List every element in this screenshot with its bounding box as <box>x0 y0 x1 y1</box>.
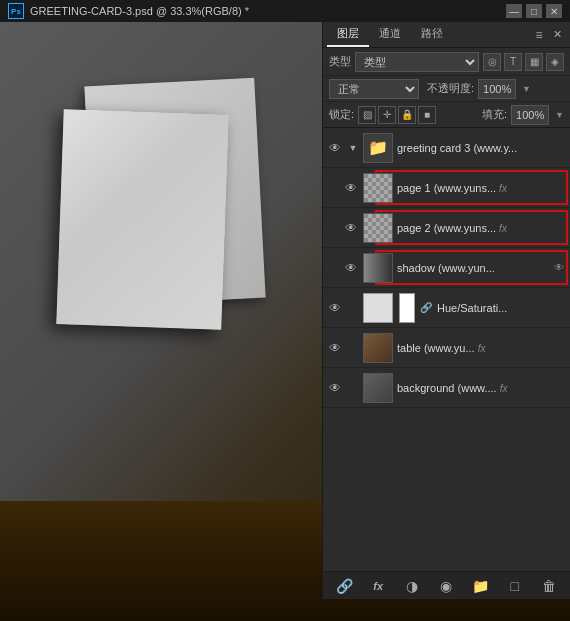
opacity-label: 不透明度: <box>427 81 474 96</box>
opacity-dropdown-arrow[interactable]: ▼ <box>522 84 531 94</box>
filter-icon-circle[interactable]: ◎ <box>483 53 501 71</box>
filter-row: 类型 类型 ◎ T ▦ ◈ <box>323 48 570 76</box>
layer-name-page2: page 2 (www.yuns... fx <box>397 222 566 234</box>
blend-mode-dropdown[interactable]: 正常 <box>329 79 419 99</box>
layer-thumb-greeting-card-3: 📁 <box>363 133 393 163</box>
layer-thumb-table <box>363 333 393 363</box>
close-button[interactable]: ✕ <box>546 4 562 18</box>
fill-input[interactable] <box>511 105 549 125</box>
eye-icon-shadow[interactable]: 👁 <box>343 260 359 276</box>
filter-icons: ◎ T ▦ ◈ <box>483 53 564 71</box>
layer-thumb-shadow <box>363 253 393 283</box>
lock-transparent-button[interactable]: ▧ <box>358 106 376 124</box>
panel-tabs-left: 图层 通道 路径 <box>327 22 453 47</box>
layer-item-hue-saturation[interactable]: 👁 🔗 Hue/Saturati... <box>323 288 570 328</box>
title-bar: Ps GREETING-CARD-3.psd @ 33.3%(RGB/8) * … <box>0 0 570 22</box>
layer-vis-icon-shadow[interactable]: 👁 <box>552 261 566 275</box>
layer-info-hue-saturation: Hue/Saturati... <box>437 302 566 314</box>
ps-icon: Ps <box>8 3 24 19</box>
layer-item-page2[interactable]: 👁 page 2 (www.yuns... fx <box>323 208 570 248</box>
layer-name-shadow: shadow (www.yun... <box>397 262 548 274</box>
filter-icon-shape[interactable]: ▦ <box>525 53 543 71</box>
delete-layer-button[interactable]: 🗑 <box>538 575 560 597</box>
adjustment-button[interactable]: ◉ <box>435 575 457 597</box>
fill-dropdown-arrow[interactable]: ▼ <box>555 110 564 120</box>
panel-top-controls: ≡ ✕ <box>531 26 566 43</box>
layer-name-greeting-card-3: greeting card 3 (www.y... <box>397 142 566 154</box>
lock-icons: ▧ ✛ 🔒 ■ <box>358 106 478 124</box>
window-title: GREETING-CARD-3.psd @ 33.3%(RGB/8) * <box>30 5 249 17</box>
lock-position-button[interactable]: 🔒 <box>398 106 416 124</box>
new-layer-button[interactable]: □ <box>504 575 526 597</box>
filter-icon-smart[interactable]: ◈ <box>546 53 564 71</box>
title-bar-left: Ps GREETING-CARD-3.psd @ 33.3%(RGB/8) * <box>8 3 249 19</box>
fx-button[interactable]: fx <box>367 575 389 597</box>
layer-name-hue-saturation: Hue/Saturati... <box>437 302 566 314</box>
maximize-button[interactable]: □ <box>526 4 542 18</box>
chain-icon-hue: 🔗 <box>419 302 433 313</box>
layer-item-table[interactable]: 👁 table (www.yu... fx <box>323 328 570 368</box>
eye-icon-greeting-card-3[interactable]: 👁 <box>327 140 343 156</box>
minimize-button[interactable]: — <box>506 4 522 18</box>
layer-item-background[interactable]: 👁 background (www.... fx <box>323 368 570 408</box>
blend-mode-row: 正常 不透明度: ▼ <box>323 76 570 102</box>
layer-info-greeting-card-3: greeting card 3 (www.y... <box>397 142 566 154</box>
panel-tabs: 图层 通道 路径 ≡ ✕ <box>323 22 570 48</box>
layer-thumb-background <box>363 373 393 403</box>
eye-icon-table[interactable]: 👁 <box>327 340 343 356</box>
filter-label: 类型 <box>329 54 351 69</box>
eye-icon-background[interactable]: 👁 <box>327 380 343 396</box>
lock-pixels-button[interactable]: ✛ <box>378 106 396 124</box>
layer-item-greeting-card-3[interactable]: 👁 ▼ 📁 greeting card 3 (www.y... <box>323 128 570 168</box>
eye-icon-hue-saturation[interactable]: 👁 <box>327 300 343 316</box>
eye-icon-page1[interactable]: 👁 <box>343 180 359 196</box>
layers-list[interactable]: 👁 ▼ 📁 greeting card 3 (www.y... 👁 page 1… <box>323 128 570 571</box>
new-group-button[interactable]: 📁 <box>470 575 492 597</box>
layer-info-shadow: shadow (www.yun... <box>397 262 548 274</box>
layer-thumb-page1 <box>363 173 393 203</box>
tab-layers[interactable]: 图层 <box>327 22 369 47</box>
layer-thumb-hue-saturation <box>363 293 393 323</box>
layer-info-table: table (www.yu... fx <box>397 342 566 354</box>
layer-name-page1: page 1 (www.yuns... fx <box>397 182 566 194</box>
lock-label: 锁定: <box>329 107 354 122</box>
mask-button[interactable]: ◑ <box>401 575 423 597</box>
opacity-input[interactable] <box>478 79 516 99</box>
eye-icon-page2[interactable]: 👁 <box>343 220 359 236</box>
layers-panel: 图层 通道 路径 ≡ ✕ 类型 类型 ◎ T ▦ ◈ <box>322 22 570 599</box>
layer-thumb-page2 <box>363 213 393 243</box>
hue-mask-thumb <box>399 293 415 323</box>
fill-label: 填充: <box>482 107 507 122</box>
tab-channels[interactable]: 通道 <box>369 22 411 47</box>
panel-close-button[interactable]: ✕ <box>549 26 566 43</box>
layer-info-page1: page 1 (www.yuns... fx <box>397 182 566 194</box>
layer-item-page1[interactable]: 👁 page 1 (www.yuns... fx <box>323 168 570 208</box>
layers-toolbar: 🔗 fx ◑ ◉ 📁 □ 🗑 <box>323 571 570 599</box>
title-bar-controls[interactable]: — □ ✕ <box>506 4 562 18</box>
filter-icon-text[interactable]: T <box>504 53 522 71</box>
link-layers-button[interactable]: 🔗 <box>333 575 355 597</box>
tab-paths[interactable]: 路径 <box>411 22 453 47</box>
filter-dropdown[interactable]: 类型 <box>355 52 479 72</box>
card-front <box>56 109 228 330</box>
panel-menu-icon[interactable]: ≡ <box>531 27 547 43</box>
lock-row: 锁定: ▧ ✛ 🔒 ■ 填充: ▼ <box>323 102 570 128</box>
layer-name-background: background (www.... fx <box>397 382 566 394</box>
main-area: 图层 通道 路径 ≡ ✕ 类型 类型 ◎ T ▦ ◈ <box>0 22 570 621</box>
layer-info-page2: page 2 (www.yuns... fx <box>397 222 566 234</box>
expand-icon-greeting-card-3[interactable]: ▼ <box>347 143 359 153</box>
layer-name-table: table (www.yu... fx <box>397 342 566 354</box>
lock-all-button[interactable]: ■ <box>418 106 436 124</box>
layer-item-shadow[interactable]: 👁 shadow (www.yun... 👁 <box>323 248 570 288</box>
layer-info-background: background (www.... fx <box>397 382 566 394</box>
